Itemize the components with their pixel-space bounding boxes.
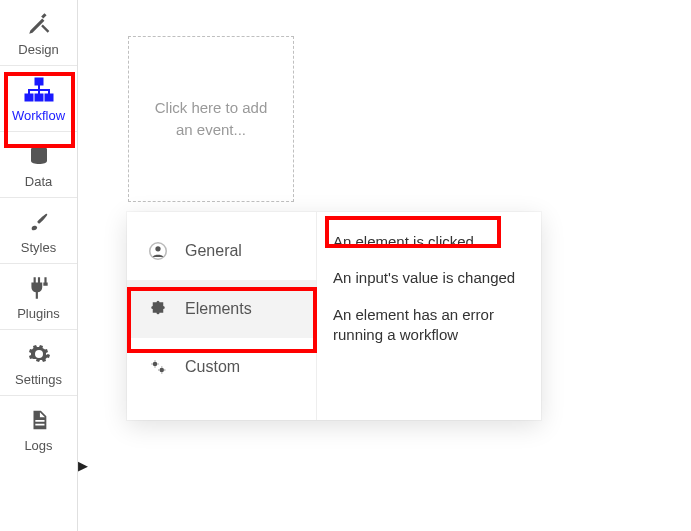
menu-option-input-changed[interactable]: An input's value is changed — [327, 260, 531, 296]
menu-category-label: General — [185, 242, 242, 260]
svg-rect-2 — [35, 94, 43, 101]
sidebar-item-logs[interactable]: Logs — [0, 396, 77, 461]
svg-rect-0 — [35, 78, 43, 85]
gears-icon — [149, 358, 167, 376]
svg-point-8 — [160, 368, 165, 373]
menu-category-label: Elements — [185, 300, 252, 318]
sidebar-item-label: Workflow — [12, 108, 65, 123]
sidebar-item-label: Design — [18, 42, 58, 57]
menu-category-custom[interactable]: Custom — [127, 338, 316, 396]
brush-icon — [28, 208, 50, 236]
menu-category-general[interactable]: General — [127, 222, 316, 280]
sidebar-item-workflow[interactable]: Workflow — [0, 66, 77, 132]
add-event-placeholder: Click here to add an event... — [147, 97, 275, 142]
sidebar-item-styles[interactable]: Styles — [0, 198, 77, 264]
svg-rect-3 — [45, 94, 53, 101]
workflow-icon — [24, 76, 54, 104]
menu-option-element-error[interactable]: An element has an error running a workfl… — [327, 297, 531, 354]
svg-point-6 — [155, 246, 160, 251]
plug-icon — [26, 274, 52, 302]
gear-icon — [27, 340, 51, 368]
sidebar-expand-caret[interactable]: ▶ — [78, 458, 88, 473]
sidebar-item-plugins[interactable]: Plugins — [0, 264, 77, 330]
sidebar-item-label: Data — [25, 174, 52, 189]
document-icon — [28, 406, 50, 434]
event-type-menu: General Elements Custom An element is cl… — [127, 212, 541, 420]
user-circle-icon — [149, 242, 167, 260]
svg-rect-1 — [25, 94, 33, 101]
sidebar-item-label: Plugins — [17, 306, 60, 321]
event-option-list: An element is clicked An input's value i… — [317, 212, 541, 420]
sidebar-item-data[interactable]: Data — [0, 132, 77, 198]
menu-option-element-clicked[interactable]: An element is clicked — [327, 224, 531, 260]
sidebar-item-label: Styles — [21, 240, 56, 255]
sidebar-item-design[interactable]: Design — [0, 0, 77, 66]
menu-category-label: Custom — [185, 358, 240, 376]
sidebar-item-label: Logs — [24, 438, 52, 453]
event-category-list: General Elements Custom — [127, 212, 317, 420]
svg-point-7 — [153, 362, 158, 367]
sidebar: Design Workflow Data Styles Plugins — [0, 0, 78, 531]
menu-category-elements[interactable]: Elements — [127, 280, 316, 338]
add-event-box[interactable]: Click here to add an event... — [128, 36, 294, 202]
sidebar-item-settings[interactable]: Settings — [0, 330, 77, 396]
database-icon — [27, 142, 51, 170]
puzzle-icon — [149, 300, 167, 318]
design-icon — [26, 10, 52, 38]
sidebar-item-label: Settings — [15, 372, 62, 387]
